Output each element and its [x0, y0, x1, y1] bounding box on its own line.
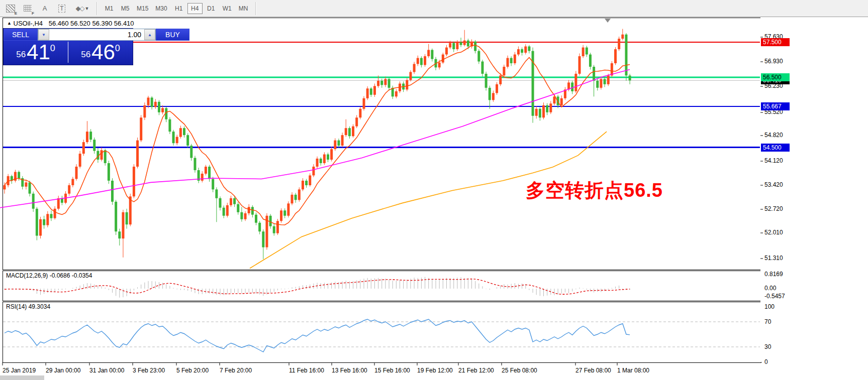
timeframe-button-D1[interactable]: D1	[204, 3, 219, 14]
buy-price-display[interactable]: 56 46 0	[68, 41, 133, 64]
time-axis-label: 15 Feb 16:00	[374, 367, 410, 374]
volume-stepper: ▼ ▲	[38, 29, 156, 41]
macd-label: MACD(12,26,9) -0.0686 -0.0354	[6, 272, 92, 279]
timeframe-button-M5[interactable]: M5	[118, 3, 133, 14]
symbol-name: USOil-,H4	[14, 20, 43, 27]
collapse-triangle-icon[interactable]: ▲	[7, 21, 12, 26]
sell-price-prefix: 56	[16, 50, 26, 60]
time-axis-label: 7 Feb 20:00	[220, 367, 252, 374]
text-box-icon[interactable]: T	[55, 3, 68, 15]
buy-price-main: 46	[91, 41, 115, 63]
grid-icon[interactable]: F	[21, 3, 34, 15]
buy-price-pip: 0	[115, 43, 120, 54]
chart-annotation-text[interactable]: 多空转折点56.5	[526, 178, 663, 203]
timeframe-button-M15[interactable]: M15	[134, 3, 151, 14]
price-badge: 54.500	[761, 144, 790, 152]
indicators-icon[interactable]: E	[4, 3, 17, 15]
macd-axis-label: -0.5457	[764, 293, 785, 300]
timeframe-button-H4[interactable]: H4	[187, 3, 203, 14]
time-axis-label: 29 Jan 00:00	[46, 367, 80, 374]
objects-icon[interactable]: ◆◇▼	[72, 3, 92, 15]
ohlc-values: 56.460 56.520 56.390 56.410	[49, 20, 134, 27]
macd-axis-label: 0.00	[764, 285, 776, 292]
rsi-label: RSI(14) 49.3034	[6, 303, 50, 310]
rsi-axis-label: 30	[764, 343, 771, 350]
volume-increase-button[interactable]: ▲	[144, 29, 155, 40]
time-axis-label: 5 Feb 20:00	[176, 367, 209, 374]
sell-price-main: 41	[27, 41, 50, 63]
time-axis-label: 25 Jan 2019	[3, 367, 36, 374]
rsi-axis-label: 0	[764, 358, 768, 365]
price-axis-label: 52.720	[764, 205, 783, 212]
rsi-axis-label: 70	[764, 318, 771, 325]
price-axis-gutter[interactable]	[760, 18, 868, 362]
window-corner-stub	[0, 375, 44, 380]
price-axis-label: 53.420	[764, 181, 783, 188]
scroll-to-end-icon[interactable]	[605, 19, 611, 23]
rsi-panel-area[interactable]	[3, 302, 761, 363]
volume-input[interactable]	[49, 29, 144, 40]
volume-decrease-button[interactable]: ▼	[38, 29, 49, 40]
price-badge: 56.500	[761, 73, 790, 81]
time-axis-label: 31 Jan 00:00	[89, 367, 124, 374]
timeframe-button-M1[interactable]: M1	[102, 3, 117, 14]
time-axis-label: 1 Mar 08:00	[617, 367, 649, 374]
rsi-axis-label: 100	[764, 303, 775, 310]
time-axis-label: 21 Feb 12:00	[458, 367, 494, 374]
time-axis-label: 13 Feb 16:00	[332, 367, 367, 374]
timeframe-button-M30[interactable]: M30	[152, 3, 170, 14]
one-click-trading-panel: SELL ▼ ▲ BUY 56 41 0 56 46 0	[3, 28, 133, 65]
time-axis-label: 27 Feb 08:00	[575, 367, 611, 374]
time-axis-label: 11 Feb 16:00	[289, 367, 324, 374]
time-axis-label: 19 Feb 12:00	[417, 367, 453, 374]
price-axis-label: 54.820	[764, 132, 783, 139]
sell-button[interactable]: SELL	[4, 29, 38, 41]
time-axis-label: 3 Feb 23:00	[133, 367, 165, 374]
text-label-icon[interactable]: A	[38, 3, 51, 15]
macd-panel-area[interactable]	[3, 271, 761, 301]
price-badge: 55.667	[761, 102, 790, 110]
price-axis-label: 56.930	[764, 58, 783, 65]
timeframe-button-MN[interactable]: MN	[236, 3, 251, 14]
macd-axis-label: 0.8169	[764, 271, 783, 278]
mt4-window: E F A T ◆◇▼ M1M5M15M30H1H4D1W1MN ▲ USOil…	[0, 0, 868, 380]
sell-price-pip: 0	[50, 43, 55, 54]
timeframe-button-W1[interactable]: W1	[220, 3, 235, 14]
price-axis-label: 51.310	[764, 255, 783, 262]
time-axis-label: 25 Feb 08:00	[502, 367, 537, 374]
price-axis-label: 52.010	[764, 229, 783, 236]
sell-price-display[interactable]: 56 41 0	[4, 41, 68, 64]
toolbar: E F A T ◆◇▼ M1M5M15M30H1H4D1W1MN	[0, 0, 868, 17]
chart-title: ▲ USOil-,H4 56.460 56.520 56.390 56.410	[7, 20, 134, 27]
buy-price-prefix: 56	[81, 50, 90, 60]
timeframe-button-H1[interactable]: H1	[171, 3, 186, 14]
toolbar-separator	[255, 2, 256, 15]
buy-button[interactable]: BUY	[156, 29, 189, 41]
price-badge: 57.500	[761, 38, 790, 46]
timeframe-toolbar: M1M5M15M30H1H4D1W1MN	[101, 3, 251, 14]
price-axis-label: 54.120	[764, 157, 783, 164]
toolbar-separator	[97, 2, 97, 15]
